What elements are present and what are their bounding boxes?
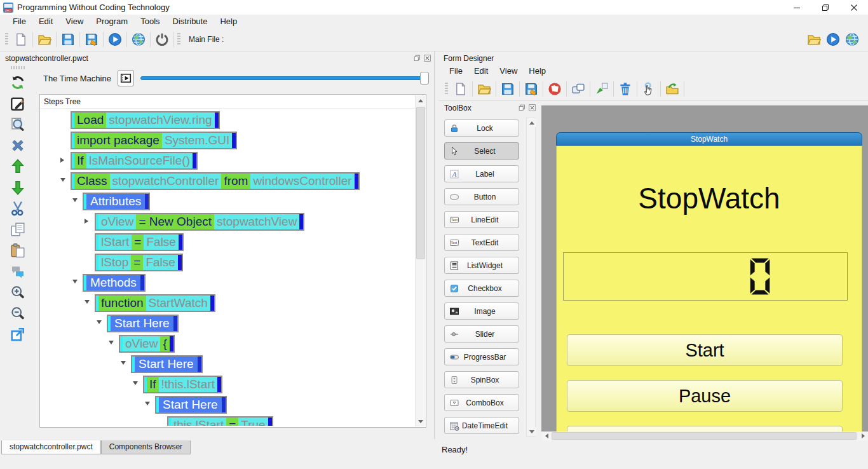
steps-tree-scrollbar[interactable] bbox=[415, 95, 425, 426]
restore-button[interactable] bbox=[811, 0, 839, 15]
toolbar-grip[interactable] bbox=[445, 83, 448, 95]
delete-control-button[interactable] bbox=[616, 79, 635, 99]
open-file-button[interactable] bbox=[35, 30, 54, 49]
tree-row[interactable]: If!this.lStart bbox=[40, 376, 415, 392]
toolbox-item-progressbar[interactable]: ProgressBar bbox=[444, 348, 519, 365]
preview-button-start[interactable]: Start bbox=[567, 334, 843, 366]
toolbox-item-label[interactable]: ALabel bbox=[444, 165, 519, 182]
scrollbar-thumb[interactable] bbox=[552, 432, 857, 440]
preview-lcd-display[interactable] bbox=[563, 252, 848, 301]
zoom-in-button[interactable] bbox=[8, 283, 27, 302]
menu-view[interactable]: View bbox=[59, 15, 90, 27]
save-button[interactable] bbox=[498, 79, 517, 99]
tab-stopwatchcontroller-pwct[interactable]: stopwatchcontroller.pwct bbox=[1, 440, 101, 454]
minimize-button[interactable] bbox=[782, 0, 811, 15]
scrollbar-thumb[interactable] bbox=[416, 107, 425, 259]
scroll-up-button[interactable] bbox=[416, 96, 425, 105]
copy-step-button[interactable] bbox=[8, 220, 27, 239]
tree-row[interactable]: oView= New ObjectstopwatchView bbox=[40, 213, 415, 229]
menu-help[interactable]: Help bbox=[214, 15, 243, 27]
scroll-down-button[interactable] bbox=[527, 427, 536, 436]
float-panel-button[interactable] bbox=[412, 53, 421, 62]
open-file-button[interactable] bbox=[475, 79, 494, 99]
comments-button[interactable] bbox=[8, 262, 27, 281]
toolbox-item-slider[interactable]: Slider bbox=[444, 325, 519, 343]
save-as-button[interactable] bbox=[522, 79, 541, 99]
toolbar-grip[interactable] bbox=[11, 66, 25, 69]
toolbox-item-spinbox[interactable]: SpinBox bbox=[444, 371, 519, 388]
web-button[interactable] bbox=[129, 30, 148, 49]
scroll-right-button[interactable] bbox=[858, 432, 867, 440]
tree-row[interactable]: ClassstopwatchControllerfromwindowsContr… bbox=[40, 172, 415, 189]
web-button[interactable] bbox=[843, 30, 862, 49]
close-button[interactable] bbox=[839, 0, 868, 15]
tree-row[interactable]: lStop=False bbox=[40, 254, 415, 270]
tree-expanded-arrow-icon[interactable] bbox=[109, 341, 114, 344]
tree-expanded-arrow-icon[interactable] bbox=[72, 280, 78, 283]
scroll-down-button[interactable] bbox=[416, 417, 425, 426]
preview-heading-label[interactable]: StopWatch bbox=[557, 181, 862, 215]
power-button[interactable] bbox=[153, 30, 172, 49]
toolbox-item-textedit[interactable]: TextTextEdit bbox=[444, 234, 519, 251]
tree-row[interactable]: LoadstopwatchView.ring bbox=[40, 111, 415, 128]
tree-row[interactable]: oView{ bbox=[40, 335, 415, 351]
scroll-up-button[interactable] bbox=[527, 118, 536, 127]
tree-collapsed-arrow-icon[interactable] bbox=[85, 219, 88, 224]
toolbox-item-checkbox[interactable]: Checkbox bbox=[444, 280, 519, 297]
run-button[interactable] bbox=[105, 30, 125, 49]
run-button[interactable] bbox=[824, 30, 843, 49]
menu-edit[interactable]: Edit bbox=[32, 15, 59, 27]
external-window-button[interactable] bbox=[8, 325, 27, 344]
toolbox-scrollbar[interactable] bbox=[526, 118, 536, 437]
fd-menu-help[interactable]: Help bbox=[523, 65, 552, 77]
preview-button-exit[interactable]: Exit bbox=[567, 426, 843, 432]
tree-expanded-arrow-icon[interactable] bbox=[121, 361, 126, 365]
menu-program[interactable]: Program bbox=[90, 15, 134, 27]
tree-row[interactable]: Start Here bbox=[40, 355, 415, 372]
tree-expanded-arrow-icon[interactable] bbox=[60, 178, 65, 182]
tree-row[interactable]: Start Here bbox=[40, 315, 415, 331]
tree-row[interactable]: IfIsMainSourceFile() bbox=[40, 152, 415, 168]
fd-menu-file[interactable]: File bbox=[444, 65, 468, 77]
new-file-button[interactable] bbox=[451, 79, 470, 99]
move-up-button[interactable] bbox=[8, 157, 27, 176]
tree-row[interactable]: Attributes bbox=[40, 193, 415, 209]
toolbox-item-combobox[interactable]: ComboBox bbox=[444, 394, 519, 411]
open-file-button[interactable] bbox=[804, 30, 824, 49]
paste-step-button[interactable] bbox=[8, 241, 27, 260]
toolbar-grip[interactable] bbox=[177, 33, 180, 46]
toolbox-item-image[interactable]: Image bbox=[444, 302, 519, 320]
select-mode-button[interactable] bbox=[639, 79, 658, 99]
duplicate-button[interactable] bbox=[569, 79, 588, 99]
tree-row[interactable]: this.lStart=True bbox=[40, 416, 415, 426]
clear-form-button[interactable] bbox=[545, 79, 564, 99]
toolbox-item-button[interactable]: Button bbox=[444, 188, 519, 205]
menu-file[interactable]: File bbox=[6, 15, 32, 27]
close-panel-button[interactable] bbox=[527, 103, 536, 112]
canvas-h-scrollbar[interactable] bbox=[541, 432, 868, 440]
toolbox-item-select[interactable]: Select bbox=[444, 142, 519, 160]
tree-row[interactable]: Start Here bbox=[40, 396, 415, 412]
tree-collapsed-arrow-icon[interactable] bbox=[60, 158, 64, 163]
tree-row[interactable]: import packageSystem.GUI bbox=[40, 132, 415, 148]
fd-menu-edit[interactable]: Edit bbox=[468, 65, 494, 77]
time-machine-play-button[interactable] bbox=[118, 70, 134, 86]
zoom-out-button[interactable] bbox=[8, 304, 27, 323]
close-panel-button[interactable] bbox=[423, 53, 431, 62]
save-as-button[interactable] bbox=[82, 30, 101, 49]
cut-step-button[interactable] bbox=[8, 199, 27, 218]
toolbox-item-listwidget[interactable]: ListWidget bbox=[444, 257, 519, 274]
tree-expanded-arrow-icon[interactable] bbox=[145, 402, 150, 405]
fd-menu-view[interactable]: View bbox=[494, 65, 523, 77]
reload-form-button[interactable] bbox=[663, 79, 682, 99]
paste-control-button[interactable] bbox=[592, 79, 611, 99]
move-down-button[interactable] bbox=[8, 178, 27, 197]
toolbox-item-lock[interactable]: Lock bbox=[444, 119, 519, 137]
tree-expanded-arrow-icon[interactable] bbox=[97, 320, 102, 324]
float-panel-button[interactable] bbox=[517, 103, 526, 112]
toolbox-item-datetimeedit[interactable]: DateTimeEdit bbox=[444, 417, 519, 434]
time-machine-slider[interactable] bbox=[140, 71, 429, 85]
tree-expanded-arrow-icon[interactable] bbox=[85, 300, 90, 304]
toolbox-item-lineedit[interactable]: TextLineEdit bbox=[444, 211, 519, 228]
interact-button[interactable] bbox=[8, 73, 27, 92]
